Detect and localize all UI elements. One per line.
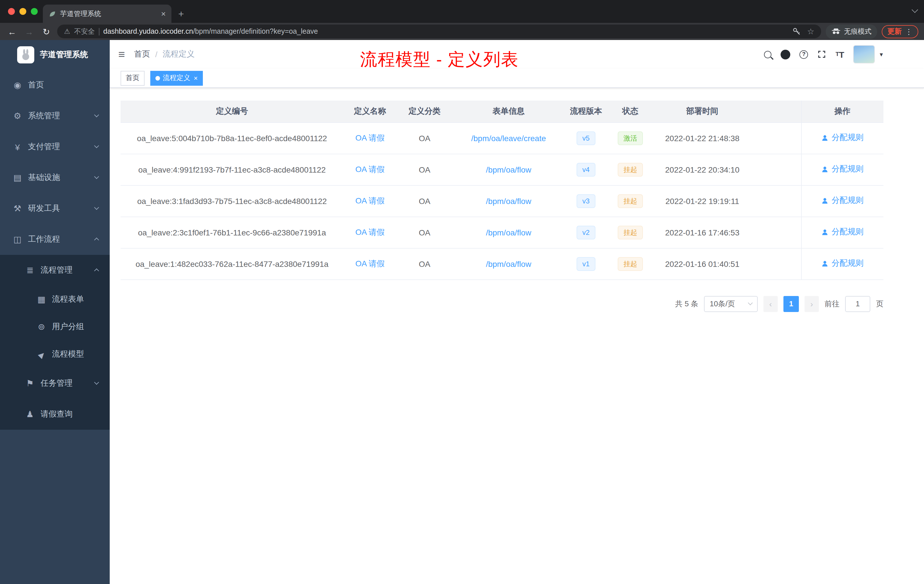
sidebar-item-infrastructure[interactable]: ▤ 基础设施 <box>0 162 110 193</box>
page-number-current[interactable]: 1 <box>784 296 799 312</box>
breadcrumb-current: 流程定义 <box>163 49 195 59</box>
filler-cell <box>751 248 801 279</box>
browser-tab[interactable]: 芋道管理系统 × <box>43 5 172 23</box>
bookmark-star-icon[interactable]: ☆ <box>807 27 814 35</box>
deploy-time: 2022-01-16 17:46:53 <box>653 216 751 248</box>
help-icon[interactable]: ? <box>799 50 808 59</box>
definition-name-link[interactable]: OA 请假 <box>355 164 385 173</box>
sidebar-item-label: 工作流程 <box>28 234 60 244</box>
fullscreen-icon[interactable] <box>817 50 826 59</box>
assign-rule-link[interactable]: 分配规则 <box>822 196 864 206</box>
tag-home[interactable]: 首页 <box>120 71 145 86</box>
breadcrumb-separator: / <box>155 50 157 59</box>
address-bar[interactable]: ⚠ 不安全 dashboard.yudao.iocoder.cn/bpm/man… <box>57 25 821 38</box>
chevron-up-icon <box>94 238 99 243</box>
tab-close-icon[interactable]: × <box>161 9 166 18</box>
version-badge: v4 <box>577 163 595 176</box>
reload-button[interactable]: ↻ <box>40 27 53 36</box>
minimize-window-button[interactable] <box>20 8 26 15</box>
assign-rule-link[interactable]: 分配规则 <box>822 227 864 238</box>
back-button[interactable]: ← <box>6 27 18 36</box>
caret-down-icon[interactable]: ▾ <box>880 51 883 58</box>
definition-id: oa_leave:1:482ec033-762a-11ec-8477-a2380… <box>120 248 343 279</box>
definition-name-link[interactable]: OA 请假 <box>355 196 385 205</box>
tag-process-definition[interactable]: 流程定义 × <box>150 71 203 86</box>
sidebar-item-system-management[interactable]: ⚙ 系统管理 <box>0 101 110 132</box>
goto-page-input[interactable] <box>845 296 870 312</box>
browser-menu-icon[interactable]: ⋮ <box>905 28 912 35</box>
yen-icon: ¥ <box>10 142 25 152</box>
close-window-button[interactable] <box>8 8 15 15</box>
definition-name-link[interactable]: OA 请假 <box>355 227 385 236</box>
sidebar-item-dev-tools[interactable]: ⚒ 研发工具 <box>0 193 110 224</box>
pagination-total: 共 5 条 <box>675 299 698 309</box>
breadcrumb-home[interactable]: 首页 <box>134 49 150 59</box>
url-path: /bpm/manager/definition?key=oa_leave <box>193 27 318 35</box>
security-warning-icon[interactable]: ⚠ <box>64 27 70 35</box>
github-icon[interactable] <box>780 49 790 59</box>
sidebar-item-workflow[interactable]: ◫ 工作流程 <box>0 224 110 255</box>
form-info-link[interactable]: /bpm/oa/flow <box>486 165 531 174</box>
table-row: oa_leave:5:004b710b-7b8a-11ec-8ef0-acde4… <box>120 122 883 154</box>
form-info-link[interactable]: /bpm/oa/flow <box>486 259 531 268</box>
new-tab-button[interactable]: + <box>178 9 184 19</box>
sidebar-item-user-group[interactable]: ⊚ 用户分组 <box>0 313 110 341</box>
sidebar-item-process-form[interactable]: ▦ 流程表单 <box>0 286 110 313</box>
browser-update-chip[interactable]: 更新 ⋮ <box>882 25 918 38</box>
omnibox-divider <box>99 28 99 35</box>
prev-page-button[interactable]: ‹ <box>764 296 778 312</box>
sidebar-collapse-icon[interactable]: ≡ <box>118 49 125 60</box>
form-info-link[interactable]: /bpm/oa/flow <box>486 196 531 205</box>
tab-title: 芋道管理系统 <box>60 9 157 18</box>
avatar-image <box>854 46 874 63</box>
definition-name-link[interactable]: OA 请假 <box>355 133 385 142</box>
browser-window: 芋道管理系统 × + ← → ↻ ⚠ 不安全 dashboard.yudao.i… <box>0 0 924 584</box>
sidebar-item-label: 系统管理 <box>28 111 60 121</box>
table-row: oa_leave:1:482ec033-762a-11ec-8477-a2380… <box>120 248 883 279</box>
sidebar-logo[interactable]: 芋道管理系统 <box>0 40 110 70</box>
page-size-select[interactable]: 10条/页 <box>704 296 758 312</box>
sidebar-item-label: 首页 <box>28 80 44 90</box>
chevron-up-icon <box>94 269 99 274</box>
status-badge: 挂起 <box>618 194 643 208</box>
user-icon <box>822 166 829 173</box>
tab-search-icon[interactable] <box>912 7 918 13</box>
search-icon[interactable] <box>764 51 771 58</box>
sidebar-item-process-model[interactable]: ▶ 流程模型 <box>0 341 110 368</box>
filler-cell <box>751 154 801 185</box>
forward-button[interactable]: → <box>23 27 35 36</box>
filler-cell <box>751 216 801 248</box>
send-icon: ▶ <box>33 346 50 363</box>
next-page-button[interactable]: › <box>805 296 819 312</box>
deploy-time: 2022-01-22 19:19:11 <box>653 185 751 216</box>
url-domain: dashboard.yudao.iocoder.cn <box>104 27 193 35</box>
tag-close-icon[interactable]: × <box>194 74 198 82</box>
assign-rule-link[interactable]: 分配规则 <box>822 133 864 143</box>
definition-id: oa_leave:4:991f2193-7b7f-11ec-a3c8-acde4… <box>120 154 343 185</box>
assign-rule-link[interactable]: 分配规则 <box>822 259 864 269</box>
incognito-icon <box>832 28 841 35</box>
user-icon <box>822 134 829 142</box>
update-label[interactable]: 更新 <box>888 26 902 36</box>
tag-label: 首页 <box>126 73 139 83</box>
definition-name-link[interactable]: OA 请假 <box>355 259 385 268</box>
dashboard-icon: ◉ <box>10 80 25 90</box>
table-row: oa_leave:2:3c1f0ef1-76b1-11ec-9c66-a2380… <box>120 216 883 248</box>
password-key-icon[interactable] <box>792 27 802 36</box>
font-size-icon[interactable]: TT <box>835 50 844 59</box>
user-avatar[interactable] <box>853 45 875 63</box>
assign-rule-link[interactable]: 分配规则 <box>822 164 864 175</box>
sidebar-item-label: 基础设施 <box>28 173 60 183</box>
form-info-link[interactable]: /bpm/oa/flow <box>486 228 531 237</box>
sidebar-item-process-management[interactable]: ≣ 流程管理 <box>0 255 110 286</box>
incognito-badge: 无痕模式 <box>826 24 877 39</box>
sidebar-item-task-management[interactable]: ⚑ 任务管理 <box>0 368 110 399</box>
sidebar-item-home[interactable]: ◉ 首页 <box>0 70 110 101</box>
list-icon: ≣ <box>23 265 37 276</box>
flag-icon: ⚑ <box>23 378 37 389</box>
sidebar-item-payment-management[interactable]: ¥ 支付管理 <box>0 132 110 162</box>
maximize-window-button[interactable] <box>31 8 38 15</box>
form-info-link[interactable]: /bpm/oa/leave/create <box>471 134 546 143</box>
workflow-icon: ◫ <box>10 234 25 244</box>
sidebar-item-leave-query[interactable]: ♟ 请假查询 <box>0 399 110 430</box>
